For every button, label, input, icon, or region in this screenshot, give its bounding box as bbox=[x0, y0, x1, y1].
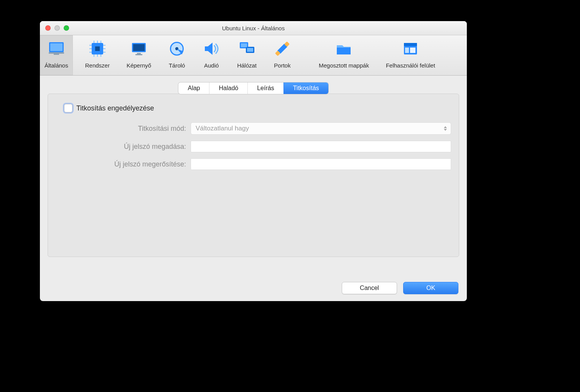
confirm-row: Új jelszó megerősítése: bbox=[56, 158, 451, 170]
ports-icon bbox=[274, 40, 291, 58]
toolbar-shared-folders[interactable]: Megosztott mappák bbox=[314, 35, 374, 75]
chip-icon bbox=[89, 40, 106, 58]
svg-rect-33 bbox=[405, 48, 409, 53]
svg-rect-3 bbox=[54, 54, 59, 55]
mode-row: Titkosítási mód: Változatlanul hagy bbox=[56, 122, 451, 135]
toolbar-display[interactable]: Képernyő bbox=[122, 35, 156, 75]
enable-encryption-row: Titkosítás engedélyezése bbox=[56, 104, 451, 112]
newpw-row: Új jelszó megadása: bbox=[56, 141, 451, 152]
svg-rect-21 bbox=[135, 54, 142, 55]
tabs: Alap Haladó Leírás Titkosítás bbox=[48, 82, 459, 94]
toolbar-storage-label: Tároló bbox=[169, 62, 185, 69]
toolbar-storage[interactable]: Tároló bbox=[163, 35, 190, 75]
svg-rect-28 bbox=[247, 48, 253, 52]
svg-rect-19 bbox=[133, 44, 145, 51]
toolbar-audio[interactable]: Audió bbox=[198, 35, 225, 75]
window-title: Ubuntu Linux - Általános bbox=[40, 25, 467, 31]
folder-icon bbox=[335, 40, 353, 58]
network-icon bbox=[238, 40, 256, 58]
svg-rect-1 bbox=[50, 43, 63, 51]
mode-label: Titkosítási mód: bbox=[56, 125, 191, 133]
display-icon bbox=[130, 40, 148, 58]
disk-icon bbox=[168, 40, 186, 58]
svg-rect-34 bbox=[410, 48, 415, 53]
ok-button[interactable]: OK bbox=[403, 282, 458, 294]
svg-rect-27 bbox=[241, 43, 247, 47]
footer: Cancel OK bbox=[342, 282, 458, 294]
svg-rect-32 bbox=[404, 43, 417, 46]
segmented-control: Alap Haladó Leírás Titkosítás bbox=[178, 82, 328, 94]
settings-window: Ubuntu Linux - Általános Általános bbox=[40, 21, 467, 301]
chevron-updown-icon bbox=[444, 126, 447, 131]
svg-rect-2 bbox=[49, 52, 64, 54]
speaker-icon bbox=[203, 40, 220, 58]
tab-basic[interactable]: Alap bbox=[178, 82, 209, 94]
zoom-icon[interactable] bbox=[64, 25, 69, 31]
toolbar-ui-label: Felhasználói felület bbox=[386, 62, 435, 69]
toolbar-general[interactable]: Általános bbox=[40, 35, 73, 75]
enable-encryption-checkbox[interactable] bbox=[64, 104, 72, 112]
tab-advanced[interactable]: Haladó bbox=[209, 82, 247, 94]
toolbar-network[interactable]: Hálózat bbox=[232, 35, 261, 75]
toolbar-network-label: Hálózat bbox=[237, 62, 257, 69]
svg-rect-20 bbox=[137, 53, 141, 54]
monitor-icon bbox=[48, 40, 65, 58]
toolbar-display-label: Képernyő bbox=[127, 62, 151, 69]
encryption-panel: Titkosítás engedélyezése Titkosítási mód… bbox=[48, 94, 459, 257]
toolbar-ports[interactable]: Portok bbox=[269, 35, 296, 75]
titlebar: Ubuntu Linux - Általános bbox=[40, 21, 467, 35]
close-icon[interactable] bbox=[45, 25, 51, 31]
toolbar-system[interactable]: Rendszer bbox=[81, 35, 114, 75]
toolbar-audio-label: Audió bbox=[204, 62, 219, 69]
content: Alap Haladó Leírás Titkosítás Titkosítás… bbox=[40, 76, 467, 264]
tab-encryption[interactable]: Titkosítás bbox=[283, 82, 328, 94]
toolbar-ports-label: Portok bbox=[274, 62, 290, 69]
cancel-button[interactable]: Cancel bbox=[342, 282, 397, 294]
window-controls bbox=[40, 25, 69, 31]
toolbar-system-label: Rendszer bbox=[85, 62, 110, 69]
toolbar-general-label: Általános bbox=[44, 62, 68, 69]
tab-description[interactable]: Leírás bbox=[247, 82, 283, 94]
toolbar-ui[interactable]: Felhasználói felület bbox=[381, 35, 440, 75]
toolbar: Általános Rendszer bbox=[40, 35, 467, 76]
svg-rect-5 bbox=[95, 46, 100, 51]
ui-icon bbox=[402, 40, 419, 58]
mode-select-value: Változatlanul hagy bbox=[196, 125, 249, 132]
confirm-label: Új jelszó megerősítése: bbox=[56, 160, 191, 168]
newpw-label: Új jelszó megadása: bbox=[56, 143, 191, 151]
minimize-icon bbox=[54, 25, 60, 31]
confirm-input[interactable] bbox=[191, 158, 451, 170]
mode-select[interactable]: Változatlanul hagy bbox=[191, 122, 451, 135]
enable-encryption-label: Titkosítás engedélyezése bbox=[76, 104, 154, 112]
toolbar-shared-folders-label: Megosztott mappák bbox=[319, 62, 369, 69]
newpw-input[interactable] bbox=[191, 141, 451, 152]
